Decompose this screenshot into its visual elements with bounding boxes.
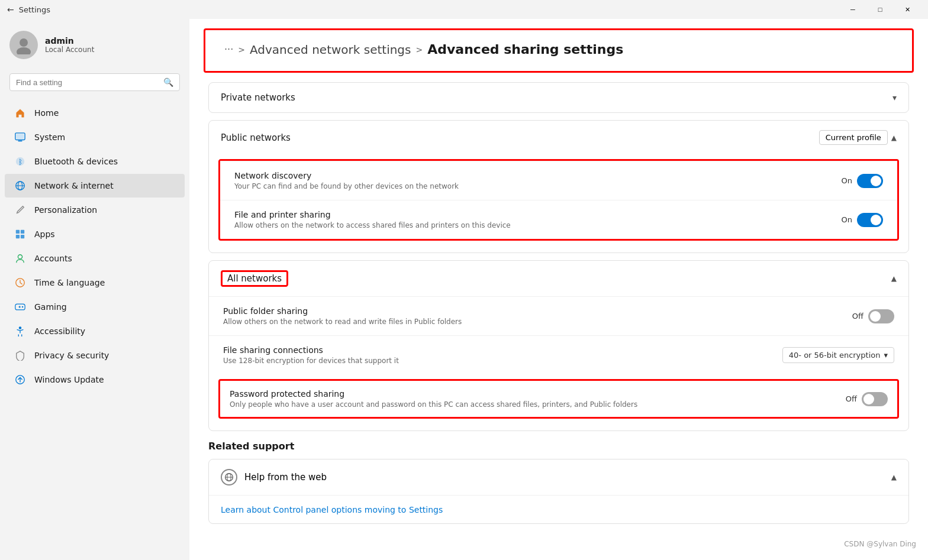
sidebar-item-apps[interactable]: Apps bbox=[5, 222, 185, 246]
public-folder-toggle-container: Off bbox=[852, 309, 894, 323]
svg-rect-3 bbox=[18, 140, 22, 141]
system-icon bbox=[14, 131, 26, 143]
svg-rect-4 bbox=[17, 134, 24, 139]
svg-point-0 bbox=[20, 38, 28, 47]
support-card: Help from the web ▲ Learn about Control … bbox=[208, 459, 909, 524]
sidebar-item-accounts-label: Accounts bbox=[34, 254, 72, 263]
public-networks-card: Public networks Current profile ▲ Networ… bbox=[208, 120, 909, 253]
app-container: admin Local Account 🔍 Home bbox=[0, 19, 928, 560]
sidebar-item-gaming[interactable]: Gaming bbox=[5, 295, 185, 319]
sidebar-item-personalization[interactable]: Personalization bbox=[5, 198, 185, 222]
web-icon bbox=[221, 469, 237, 485]
svg-rect-11 bbox=[21, 230, 24, 234]
all-networks-header[interactable]: All networks ▲ bbox=[209, 261, 908, 296]
public-folder-state: Off bbox=[852, 312, 863, 321]
titlebar-left: ← Settings bbox=[7, 5, 50, 14]
sidebar-item-network-label: Network & internet bbox=[34, 181, 114, 190]
private-networks-header[interactable]: Private networks ▾ bbox=[209, 83, 908, 112]
close-button[interactable]: ✕ bbox=[894, 0, 921, 19]
sidebar-item-network[interactable]: Network & internet bbox=[5, 174, 185, 198]
file-printer-toggle-container: On bbox=[842, 213, 883, 227]
private-networks-title: Private networks bbox=[221, 92, 295, 103]
svg-text:ᛒ: ᛒ bbox=[18, 158, 22, 166]
main-content: ··· > Advanced network settings > Advanc… bbox=[189, 19, 928, 560]
network-discovery-toggle[interactable] bbox=[857, 174, 883, 188]
network-icon bbox=[14, 180, 26, 192]
sidebar-item-privacy[interactable]: Privacy & security bbox=[5, 344, 185, 367]
sidebar-item-time[interactable]: Time & language bbox=[5, 271, 185, 294]
file-sharing-title: File sharing connections bbox=[223, 345, 399, 355]
svg-rect-12 bbox=[16, 235, 20, 238]
breadcrumb-sep1: > bbox=[238, 45, 245, 54]
help-web-header[interactable]: Help from the web ▲ bbox=[209, 459, 908, 495]
password-sharing-row: Password protected sharing Only people w… bbox=[218, 379, 899, 419]
search-box: 🔍 bbox=[9, 73, 180, 91]
home-icon bbox=[14, 107, 26, 119]
file-printer-desc: Allow others on the network to access sh… bbox=[234, 221, 511, 229]
network-discovery-toggle-container: On bbox=[842, 174, 883, 188]
file-sharing-dropdown[interactable]: 40- or 56-bit encryption ▾ bbox=[782, 347, 894, 363]
sidebar-nav: Home System ᛒ bbox=[0, 101, 189, 392]
breadcrumb-link[interactable]: Advanced network settings bbox=[250, 43, 411, 57]
password-sharing-toggle-container: Off bbox=[846, 392, 888, 406]
app-title: Settings bbox=[19, 5, 50, 14]
public-folder-toggle[interactable] bbox=[868, 309, 894, 323]
sidebar-item-bluetooth[interactable]: ᛒ Bluetooth & devices bbox=[5, 150, 185, 173]
sidebar-item-home[interactable]: Home bbox=[5, 101, 185, 125]
public-folder-desc: Allow others on the network to read and … bbox=[223, 318, 462, 326]
search-container: 🔍 bbox=[0, 69, 189, 101]
breadcrumb: ··· > Advanced network settings > Advanc… bbox=[204, 28, 914, 73]
accessibility-icon bbox=[14, 325, 26, 337]
network-discovery-title: Network discovery bbox=[234, 171, 459, 180]
sidebar-item-home-label: Home bbox=[34, 108, 59, 118]
file-sharing-dropdown-value: 40- or 56-bit encryption bbox=[789, 351, 881, 360]
sidebar-item-privacy-label: Privacy & security bbox=[34, 351, 109, 360]
sidebar-item-accessibility-label: Accessibility bbox=[34, 326, 85, 336]
sidebar-item-windows-update-label: Windows Update bbox=[34, 375, 104, 384]
sidebar-item-bluetooth-label: Bluetooth & devices bbox=[34, 157, 118, 166]
minimize-button[interactable]: ─ bbox=[839, 0, 866, 19]
file-sharing-dropdown-chevron: ▾ bbox=[884, 351, 888, 360]
learn-link[interactable]: Learn about Control panel options moving… bbox=[221, 505, 443, 514]
password-sharing-toggle[interactable] bbox=[862, 392, 888, 406]
content-area: Private networks ▾ Public networks Curre… bbox=[189, 82, 928, 543]
avatar bbox=[9, 31, 38, 59]
public-networks-header[interactable]: Public networks Current profile ▲ bbox=[209, 121, 908, 154]
file-printer-thumb bbox=[871, 215, 881, 225]
private-networks-card: Private networks ▾ bbox=[208, 82, 909, 113]
svg-rect-10 bbox=[16, 230, 20, 234]
sidebar-item-system-label: System bbox=[34, 132, 65, 142]
user-info: admin Local Account bbox=[45, 36, 94, 54]
sidebar: admin Local Account 🔍 Home bbox=[0, 19, 189, 560]
search-input[interactable] bbox=[16, 78, 159, 87]
password-sharing-title: Password protected sharing bbox=[230, 389, 637, 399]
user-profile[interactable]: admin Local Account bbox=[0, 19, 189, 69]
user-name: admin bbox=[45, 36, 94, 46]
file-printer-toggle[interactable] bbox=[857, 213, 883, 227]
breadcrumb-dots[interactable]: ··· bbox=[224, 44, 233, 55]
back-icon[interactable]: ← bbox=[7, 5, 14, 14]
sidebar-item-windows-update[interactable]: Windows Update bbox=[5, 368, 185, 391]
all-networks-chevron: ▲ bbox=[891, 274, 897, 283]
password-sharing-state: Off bbox=[846, 394, 857, 403]
accounts-icon bbox=[14, 253, 26, 264]
sidebar-item-accessibility[interactable]: Accessibility bbox=[5, 319, 185, 343]
current-profile-badge-area: Current profile ▲ bbox=[819, 130, 897, 145]
file-printer-state: On bbox=[842, 215, 852, 224]
help-web-title: Help from the web bbox=[244, 472, 327, 483]
help-web-chevron: ▲ bbox=[891, 473, 897, 481]
maximize-button[interactable]: □ bbox=[866, 0, 894, 19]
file-printer-row: File and printer sharing Allow others on… bbox=[220, 200, 897, 239]
sidebar-item-accounts[interactable]: Accounts bbox=[5, 247, 185, 270]
file-sharing-row: File sharing connections Use 128-bit enc… bbox=[209, 335, 908, 374]
svg-point-14 bbox=[18, 255, 22, 259]
sidebar-item-system[interactable]: System bbox=[5, 125, 185, 149]
network-discovery-block: Network discovery Your PC can find and b… bbox=[218, 159, 899, 241]
network-discovery-thumb bbox=[871, 176, 881, 186]
sidebar-item-time-label: Time & language bbox=[34, 278, 105, 287]
privacy-icon bbox=[14, 349, 26, 361]
password-sharing-thumb bbox=[863, 394, 874, 404]
public-networks-chevron: ▲ bbox=[891, 134, 897, 142]
network-discovery-state: On bbox=[842, 176, 852, 185]
search-icon: 🔍 bbox=[163, 77, 173, 87]
